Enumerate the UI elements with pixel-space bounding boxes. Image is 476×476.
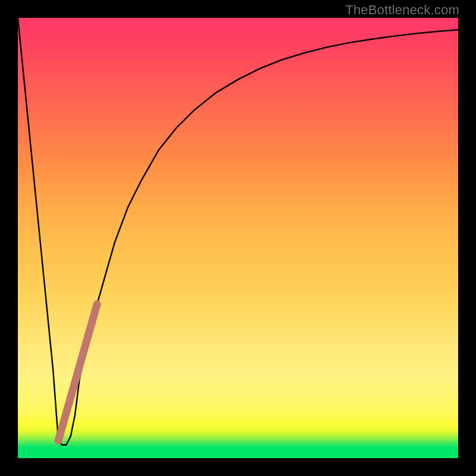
- watermark-text: TheBottleneck.com: [345, 2, 459, 18]
- chart-frame: TheBottleneck.com: [0, 0, 476, 476]
- plot-area: [18, 18, 458, 458]
- bottleneck-curve: [18, 18, 458, 445]
- highlight-segment: [58, 304, 97, 440]
- curve-svg: [18, 18, 458, 458]
